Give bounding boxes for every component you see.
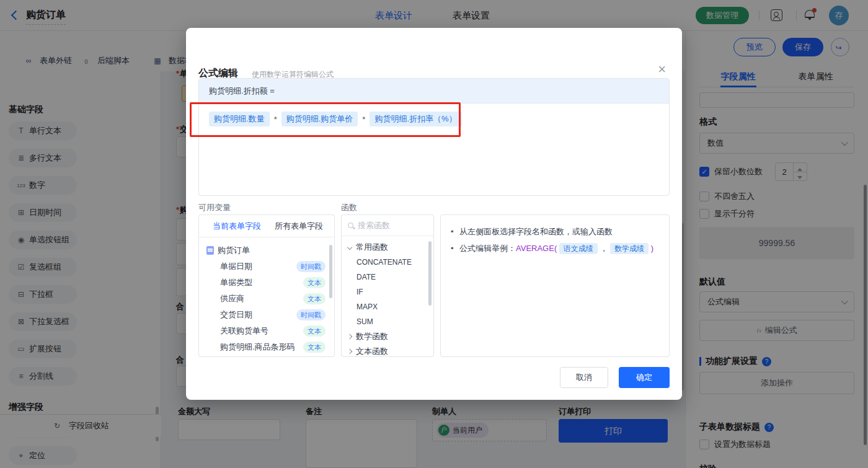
help-text: 公式编辑举例：	[459, 244, 516, 253]
function-name: DATE	[356, 273, 376, 281]
example-token: 数学成绩	[610, 243, 649, 254]
help-text: 从左侧面板选择字段名和函数，或输入函数	[459, 227, 613, 236]
variable-item[interactable]: 购货明细.商品条形码文本	[199, 339, 334, 355]
function-name: IF	[356, 288, 363, 296]
search-placeholder: 搜索函数	[358, 220, 390, 231]
cancel-button[interactable]: 取消	[560, 367, 608, 388]
bullet-icon: •	[451, 240, 459, 257]
variable-name: 关联购货单号	[220, 325, 268, 337]
function-item[interactable]: IF	[342, 285, 433, 299]
variable-item[interactable]: 供应商文本	[199, 291, 334, 307]
function-item[interactable]: SUM	[342, 314, 433, 329]
variable-name: 购货明细.商品条形码	[220, 342, 295, 353]
formula-editor-box: 购货明细.折扣额 = 购货明细.数量 * 购货明细.购货单价 * 购货明细.折扣…	[198, 78, 670, 196]
help-line-2: •公式编辑举例：AVERAGE( 语文成绩 ， 数学成绩 )	[451, 240, 659, 257]
function-item[interactable]: MAPX	[342, 299, 433, 314]
tree-root-label: 购货订单	[218, 245, 250, 256]
group-label: 数学函数	[356, 331, 388, 342]
functions-tree: 常用函数 CONCATENATE DATE IF MAPX SUM 数学函数 文…	[342, 236, 433, 357]
function-name: MAPX	[356, 302, 378, 311]
group-label: 文本函数	[356, 346, 388, 357]
function-group-math[interactable]: 数学函数	[342, 329, 433, 344]
variable-item[interactable]: 交货日期时间戳	[199, 307, 334, 323]
chevron-down-icon	[347, 245, 352, 250]
function-name: CONCATENATE	[356, 258, 412, 267]
confirm-button[interactable]: 确定	[619, 367, 670, 388]
search-icon	[348, 223, 353, 228]
help-panel: •从左侧面板选择字段名和函数，或输入函数 •公式编辑举例：AVERAGE( 语文…	[440, 214, 670, 357]
function-group-text[interactable]: 文本函数	[342, 344, 433, 357]
variables-scrollbar[interactable]	[329, 245, 332, 298]
variable-name: 单据日期	[220, 261, 252, 272]
function-item[interactable]: CONCATENATE	[342, 255, 433, 270]
variable-item[interactable]: 关联购货单号文本	[199, 323, 334, 339]
function-name: SUM	[356, 317, 373, 326]
form-doc-icon	[206, 246, 214, 255]
functions-scrollbar[interactable]	[428, 241, 432, 306]
formula-editor-modal: 公式编辑 使用数学运算符编辑公式 × 购货明细.折扣额 = 购货明细.数量 * …	[186, 28, 682, 400]
variable-name: 交货日期	[220, 309, 252, 320]
example-token: 语文成绩	[559, 243, 598, 254]
variables-tree: 购货订单 单据日期时间戳 单据类型文本 供应商文本 交货日期时间戳 关联购货单号…	[199, 237, 334, 355]
group-label: 常用函数	[356, 242, 388, 253]
function-search-input[interactable]: 搜索函数	[342, 215, 433, 236]
tab-current-form-fields[interactable]: 当前表单字段	[213, 221, 261, 232]
help-line-1: •从左侧面板选择字段名和函数，或输入函数	[451, 223, 659, 240]
app-window: 购货订单 表单设计 表单设置 数据管理 存 预览 保存 ↪ ∞ 表单外链 {} …	[0, 0, 868, 468]
tab-all-form-fields[interactable]: 所有表单字段	[275, 221, 323, 232]
variable-name: 单据类型	[220, 277, 252, 288]
close-icon[interactable]: ×	[658, 63, 666, 76]
type-badge: 文本	[303, 325, 326, 337]
variable-item[interactable]: 单据日期时间戳	[199, 258, 334, 275]
chevron-right-icon	[347, 334, 352, 339]
type-badge: 文本	[303, 293, 326, 304]
formula-target: 购货明细.折扣额 =	[199, 79, 669, 104]
functions-panel: 搜索函数 常用函数 CONCATENATE DATE IF MAPX SUM 数…	[341, 214, 434, 357]
functions-section-label: 函数	[341, 202, 357, 213]
variables-tabs: 当前表单字段 所有表单字段	[199, 215, 334, 237]
type-badge: 文本	[303, 342, 326, 353]
chevron-right-icon	[347, 349, 352, 354]
type-badge: 时间戳	[296, 309, 326, 320]
example-function-close: )	[651, 244, 653, 253]
example-comma: ，	[600, 244, 608, 253]
variable-item[interactable]: 单据类型文本	[199, 275, 334, 291]
bullet-icon: •	[451, 223, 459, 240]
variables-section-label: 可用变量	[198, 202, 231, 213]
example-function-open: AVERAGE(	[516, 244, 557, 253]
type-badge: 时间戳	[296, 261, 326, 272]
annotation-highlight-box	[190, 102, 461, 137]
variables-panel: 当前表单字段 所有表单字段 购货订单 单据日期时间戳 单据类型文本 供应商文本 …	[198, 214, 335, 357]
type-badge: 文本	[303, 277, 326, 288]
function-group-common[interactable]: 常用函数	[342, 240, 433, 255]
tree-root-form[interactable]: 购货订单	[199, 242, 334, 258]
variable-name: 供应商	[220, 293, 244, 304]
function-item[interactable]: DATE	[342, 270, 433, 285]
